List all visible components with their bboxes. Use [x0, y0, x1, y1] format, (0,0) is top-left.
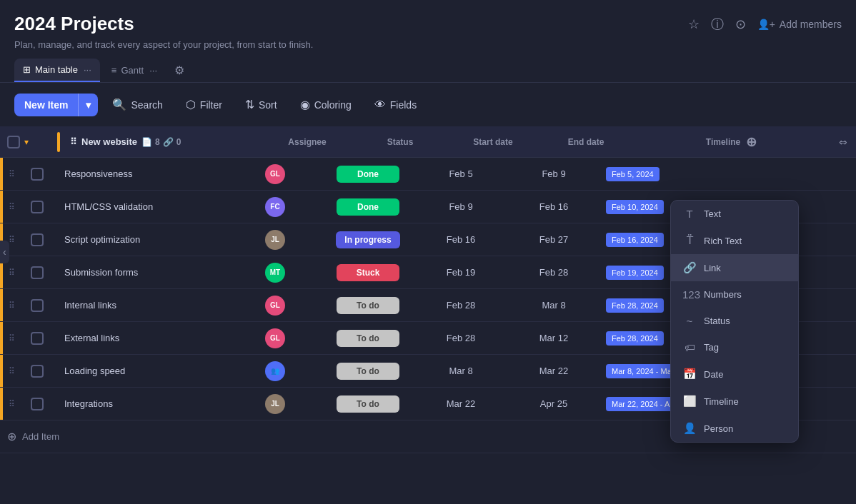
filter-icon: ⬡: [186, 98, 196, 111]
doc-count: 8: [155, 137, 160, 147]
dropdown-item-text[interactable]: T Text: [671, 201, 798, 227]
row-color-bar: [0, 322, 3, 354]
dropdown-item-rich-text[interactable]: T̈ Rich Text: [671, 227, 798, 254]
row-start-date: Feb 28: [414, 300, 507, 311]
row-color-bar: [0, 191, 3, 223]
dropdown-item-label: Numbers: [704, 289, 742, 300]
view-icon[interactable]: ⊙: [735, 16, 746, 32]
row-start-date: Feb 9: [414, 201, 507, 212]
dropdown-item-link[interactable]: 🔗 Link: [671, 254, 798, 281]
link-icon: 🔗: [682, 261, 697, 274]
row-checkbox[interactable]: [31, 398, 44, 410]
row-check-area: [17, 332, 57, 345]
row-name: Script optimization: [57, 234, 229, 245]
dropdown-item-tag[interactable]: 🏷 Tag: [671, 334, 798, 361]
add-members-button[interactable]: 👤+ Add members: [757, 19, 842, 30]
new-item-main[interactable]: New Item: [14, 94, 78, 116]
row-status[interactable]: To do: [322, 363, 414, 380]
star-icon[interactable]: ☆: [688, 16, 700, 32]
avatar: JL: [265, 230, 285, 250]
sort-icon: ⇅: [245, 98, 254, 111]
col-resize-handle[interactable]: ⇔: [830, 136, 856, 148]
row-assignee[interactable]: GL: [229, 296, 322, 316]
new-item-dropdown-arrow[interactable]: ▾: [78, 94, 98, 116]
dropdown-item-numbers[interactable]: 123 Numbers: [671, 281, 798, 308]
filter-button[interactable]: ⬡ Filter: [177, 93, 231, 116]
row-start-date: Feb 28: [414, 333, 507, 343]
row-assignee[interactable]: FC: [229, 197, 322, 217]
sidebar-collapse-button[interactable]: ‹: [0, 241, 9, 263]
row-status[interactable]: In progress: [322, 231, 414, 248]
add-item-icon: ⊕: [7, 430, 16, 443]
fields-button[interactable]: 👁 Fields: [366, 94, 425, 116]
row-start-date: Feb 16: [414, 234, 507, 245]
avatar: GL: [265, 164, 285, 184]
link-count: 0: [176, 137, 181, 147]
text-icon: T: [682, 208, 697, 220]
row-check-area: [17, 266, 57, 279]
table-header: ▾ ⠿ New website 📄 8 🔗 0 Assignee Status …: [0, 126, 856, 158]
row-status[interactable]: Done: [322, 198, 414, 216]
new-item-button[interactable]: New Item ▾: [14, 94, 98, 116]
dropdown-item-label: Rich Text: [704, 236, 742, 246]
row-status[interactable]: Done: [322, 166, 414, 183]
settings-icon[interactable]: ⚙: [174, 64, 184, 77]
avatar: 👥: [265, 361, 285, 381]
select-all-checkbox[interactable]: [7, 136, 20, 148]
row-assignee[interactable]: JL: [229, 230, 322, 250]
row-status[interactable]: To do: [322, 395, 414, 413]
row-name: Responsiveness: [57, 168, 229, 179]
tab-gantt-more[interactable]: ···: [149, 65, 157, 76]
search-button[interactable]: 🔍 Search: [104, 93, 171, 116]
dropdown-item-label: Timeline: [704, 396, 739, 407]
tab-main-table-more[interactable]: ···: [84, 64, 91, 75]
row-checkbox[interactable]: [31, 365, 44, 378]
row-name: Internal links: [57, 300, 229, 311]
row-checkbox[interactable]: [31, 332, 44, 345]
row-end-date: Feb 27: [507, 234, 600, 245]
timeline-icon: ⬜: [682, 395, 697, 408]
row-start-date: Mar 22: [414, 398, 507, 409]
row-end-date: Mar 22: [507, 366, 600, 376]
row-checkbox[interactable]: [31, 266, 44, 279]
row-status[interactable]: Stuck: [322, 264, 414, 281]
row-assignee[interactable]: GL: [229, 328, 322, 348]
row-status[interactable]: To do: [322, 330, 414, 347]
group-collapse-chevron[interactable]: ▾: [24, 137, 33, 147]
status-icon: ~: [682, 315, 697, 327]
header-left: 2024 Projects Plan, manage, and track ev…: [14, 13, 313, 50]
row-end-date: Feb 16: [507, 201, 600, 212]
dropdown-menu: T Text T̈ Rich Text 🔗 Link 123 Numbers ~…: [670, 200, 799, 443]
coloring-button[interactable]: ◉ Coloring: [292, 93, 360, 116]
row-assignee[interactable]: JL: [229, 394, 322, 414]
row-end-date: Mar 8: [507, 300, 600, 311]
row-checkbox[interactable]: [31, 168, 44, 181]
dropdown-item-person[interactable]: 👤 Person: [671, 415, 798, 442]
tab-gantt[interactable]: ≡ Gantt ···: [103, 59, 166, 81]
timeline-bar: Feb 16, 2024: [606, 233, 664, 247]
row-color-bar: [0, 289, 3, 321]
dropdown-item-timeline[interactable]: ⬜ Timeline: [671, 388, 798, 415]
sort-button[interactable]: ⇅ Sort: [237, 93, 286, 116]
search-icon: 🔍: [112, 98, 126, 111]
table-row[interactable]: ⠿ Responsiveness GL Done Feb 5 Feb 9 Feb…: [0, 158, 856, 191]
info-icon[interactable]: ⓘ: [711, 16, 724, 33]
group-name-col: ⠿ New website 📄 8 🔗 0: [60, 136, 261, 147]
fields-icon: 👁: [374, 99, 386, 111]
row-checkbox[interactable]: [31, 233, 44, 246]
status-col-header: Status: [354, 137, 447, 147]
row-checkbox[interactable]: [31, 299, 44, 312]
dropdown-item-date[interactable]: 📅 Date: [671, 361, 798, 388]
row-end-date: Apr 25: [507, 398, 600, 409]
row-assignee[interactable]: 👥: [229, 361, 322, 381]
person-icon: 👤: [682, 422, 697, 435]
timeline-add-icon[interactable]: ⊕: [746, 134, 757, 150]
row-assignee[interactable]: GL: [229, 164, 322, 184]
row-assignee[interactable]: MT: [229, 263, 322, 283]
row-checkbox[interactable]: [31, 201, 44, 213]
row-timeline: Feb 5, 2024: [600, 167, 799, 181]
tab-main-table[interactable]: ⊞ Main table ···: [14, 59, 100, 82]
row-status[interactable]: To do: [322, 297, 414, 314]
dropdown-item-status[interactable]: ~ Status: [671, 308, 798, 334]
group-name-label: New website: [81, 136, 137, 147]
